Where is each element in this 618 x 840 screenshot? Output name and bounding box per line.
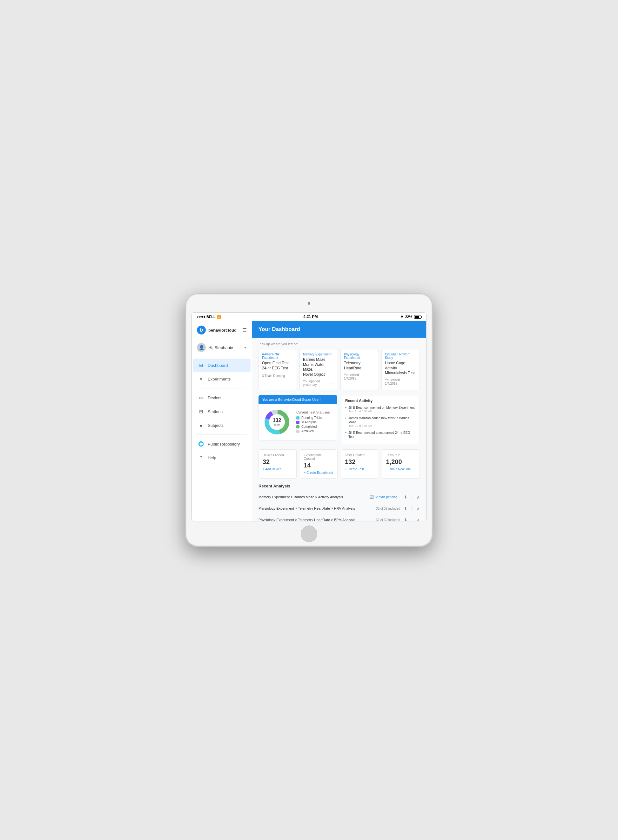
exp-card-aav[interactable]: AAV-shRNA Experiment Open Field Test24-h… [258,349,297,390]
activity-text-1: Jill E Bean commented on Memory Experime… [348,406,414,410]
legend-item-running: Running Trials [296,416,333,419]
exp-card-status: You opened yesterday [303,379,330,387]
main-content: Your Dashboard Pick up where you left of… [252,321,426,521]
exp-card-footer: You edited 1/4/2019 → [385,378,416,385]
donut-label: Tests [273,423,281,427]
legend-color-running [296,416,300,419]
logo-area: b behaviorcloud [197,326,236,335]
analysis-item-2: Physiology Experiment > Telemetry HeartR… [258,503,420,514]
legend-item-archived: Archived [296,430,333,433]
more-options-icon[interactable]: ⋮ [410,495,414,499]
right-panel: Recent Activity • Jill E Bean commented … [341,395,420,444]
exp-card-title: Telemetry HeartRate [344,361,375,370]
activity-text-2: James Madison added new trials to Barnes… [348,416,416,424]
sidebar-item-label: Help [208,455,216,460]
sidebar-header: b behaviorcloud ☰ [192,321,252,339]
analysis-name-3: Physiology Experiment > Telemetry HeartR… [258,518,376,521]
donut-number: 132 [273,418,281,423]
arrow-icon: → [412,379,416,384]
pending-icon: 🔄 [370,495,373,499]
analysis-badge-2: 32 of 32 included [376,507,400,510]
dashboard-header: Your Dashboard [252,321,426,338]
sidebar-item-public-repo[interactable]: 🌐 Public Repository [193,437,251,450]
status-left: BELL 📶 [197,315,221,319]
legend-item-completed: Completed [296,425,333,428]
content-area: Pick up where you left off AAV-shRNA Exp… [252,338,426,521]
sidebar-item-help[interactable]: ? Help [193,451,251,464]
donut-center: 132 Tests [273,418,281,427]
stat-number-experiments: 14 [304,462,334,469]
sidebar-item-label: Subjects [208,423,224,428]
analysis-actions-3: ⬇ ⋮ ∧ [404,518,420,521]
download-icon[interactable]: ⬇ [404,518,407,521]
activity-item-1: • Jill E Bean commented on Memory Experi… [345,406,416,413]
battery-label: 22% [405,315,412,319]
experiments-icon: ≡ [198,376,204,382]
activity-time-2: Jan. 21 at 8:34 AM [348,424,416,428]
carrier-label: BELL [206,315,215,319]
stat-label-devices: Devices Added [263,453,293,457]
sidebar-item-subjects[interactable]: ● Subjects [193,419,251,432]
signal-dots [197,316,205,318]
collapse-icon[interactable]: ∧ [417,506,420,511]
stats-row: Devices Added 32 + Add Device Experiment… [258,449,420,479]
stat-card-trials: Trials Run 1,200 + Run a New Trial [382,449,420,479]
nav-divider-2 [197,434,247,435]
stat-card-tests: Tests Created 132 + Create Test [341,449,379,479]
legend-color-analysis [296,421,300,424]
analysis-actions-1: ⬇ ⋮ ∧ [404,495,420,499]
user-row[interactable]: 👤 Hi, Stephanie ▼ [192,339,252,356]
hamburger-menu-button[interactable]: ☰ [242,327,247,333]
bluetooth-icon: ✱ [400,315,403,319]
sidebar: b behaviorcloud ☰ 👤 Hi, Stephanie ▼ ⊞ D [192,321,252,521]
download-icon[interactable]: ⬇ [404,506,407,511]
user-greeting: Hi, Stephanie [208,345,241,350]
legend-color-archived [296,430,300,433]
stat-card-experiments: Experiments Created 14 + Create Experime… [300,449,338,479]
exp-card-circadian[interactable]: Circadian Rhythm Study Home Cage Activit… [382,349,420,390]
stat-number-devices: 32 [263,458,293,465]
run-trial-button[interactable]: + Run a New Trial [386,467,416,471]
activity-box: Recent Activity • Jill E Bean commented … [341,395,420,444]
avatar: 👤 [197,343,206,352]
test-status-box: 132 Tests Current Test Statuses Running … [258,404,337,440]
status-bar: BELL 📶 4:21 PM ✱ 22% [192,313,426,321]
analysis-name-1: Memory Experiment > Barnes Maze > Activi… [258,495,370,499]
analysis-item-1: Memory Experiment > Barnes Maze > Activi… [258,492,420,503]
more-options-icon[interactable]: ⋮ [410,518,414,521]
left-panel: You are a BehaviorCloud Super User! [258,395,337,444]
stat-number-trials: 1,200 [386,458,416,465]
page-title: Your Dashboard [258,326,420,333]
activity-bullet-1: • [345,406,346,410]
exp-card-memory[interactable]: Memory Experiment Barnes Maze,Morris Wat… [300,349,338,390]
stat-label-experiments: Experiments Created [304,453,334,461]
activity-title: Recent Activity [345,399,416,403]
add-device-button[interactable]: + Add Device [263,467,293,471]
sidebar-item-dashboard[interactable]: ⊞ Dashboard [193,359,251,372]
exp-card-physiology[interactable]: Physiology Experiment Telemetry HeartRat… [340,349,379,390]
sidebar-item-label: Dashboard [208,363,228,368]
experiments-row: AAV-shRNA Experiment Open Field Test24-h… [258,349,420,390]
devices-icon: ▭ [198,395,204,400]
more-options-icon[interactable]: ⋮ [410,506,414,511]
collapse-icon[interactable]: ∧ [417,518,420,521]
collapse-icon[interactable]: ∧ [417,495,420,499]
analysis-badge-text-1: 12 trials pending... [374,495,400,499]
create-test-button[interactable]: + Create Test [345,467,375,471]
exp-card-footer: You opened yesterday → [303,379,334,387]
create-experiment-button[interactable]: + Create Experiment [304,471,334,474]
analysis-title: Recent Analysis [258,484,420,488]
sidebar-item-experiments[interactable]: ≡ Experiments [193,373,251,385]
subjects-icon: ● [198,423,204,428]
sidebar-item-stations[interactable]: ⊞ Stations [193,405,251,418]
activity-time-1: Jan. 21 at 8:34 AM [348,410,414,413]
download-icon[interactable]: ⬇ [404,495,407,499]
legend-label-archived: Archived [302,430,314,433]
legend-color-completed [296,425,300,428]
stat-label-trials: Trials Run [386,453,416,457]
battery-indicator [414,315,421,319]
analysis-name-2: Physiology Experiment > Telemetry HeartR… [258,507,376,510]
stat-number-tests: 132 [345,458,375,465]
sidebar-item-devices[interactable]: ▭ Devices [193,391,251,404]
exp-card-status: You edited 1/4/2019 [344,373,371,380]
